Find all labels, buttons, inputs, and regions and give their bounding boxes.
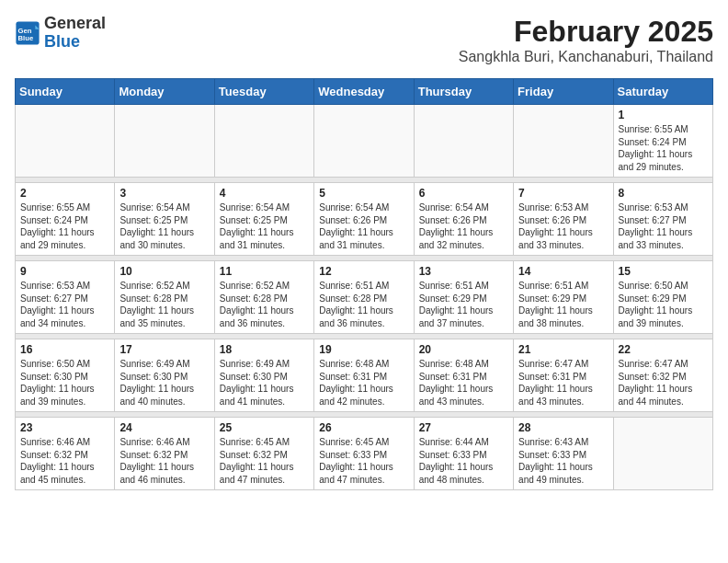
day-number: 16 xyxy=(20,343,109,356)
calendar-cell xyxy=(613,418,712,490)
day-number: 11 xyxy=(220,265,309,278)
day-info: Sunrise: 6:50 AM Sunset: 6:30 PM Dayligh… xyxy=(20,358,109,408)
day-info: Sunrise: 6:55 AM Sunset: 6:24 PM Dayligh… xyxy=(20,201,109,251)
day-number: 28 xyxy=(518,421,608,434)
calendar-cell: 12Sunrise: 6:51 AM Sunset: 6:28 PM Dayli… xyxy=(314,261,414,334)
day-info: Sunrise: 6:53 AM Sunset: 6:26 PM Dayligh… xyxy=(518,201,608,251)
calendar-cell: 24Sunrise: 6:46 AM Sunset: 6:32 PM Dayli… xyxy=(115,418,214,490)
day-info: Sunrise: 6:53 AM Sunset: 6:27 PM Dayligh… xyxy=(619,201,708,251)
day-info: Sunrise: 6:45 AM Sunset: 6:33 PM Dayligh… xyxy=(319,436,408,486)
day-number: 14 xyxy=(518,265,608,278)
day-number: 6 xyxy=(419,187,508,200)
day-number: 18 xyxy=(220,343,309,356)
calendar-cell: 1Sunrise: 6:55 AM Sunset: 6:24 PM Daylig… xyxy=(613,105,712,178)
day-info: Sunrise: 6:54 AM Sunset: 6:26 PM Dayligh… xyxy=(319,201,408,251)
calendar-cell xyxy=(115,105,214,178)
calendar-cell: 14Sunrise: 6:51 AM Sunset: 6:29 PM Dayli… xyxy=(514,261,613,334)
calendar-dow-monday: Monday xyxy=(115,79,214,105)
day-number: 17 xyxy=(119,343,209,356)
calendar-cell: 11Sunrise: 6:52 AM Sunset: 6:28 PM Dayli… xyxy=(214,261,313,334)
day-number: 27 xyxy=(419,421,508,434)
day-info: Sunrise: 6:49 AM Sunset: 6:30 PM Dayligh… xyxy=(220,358,309,408)
svg-text:Blue: Blue xyxy=(18,34,34,42)
calendar-cell xyxy=(214,105,313,178)
calendar-dow-wednesday: Wednesday xyxy=(314,79,414,105)
page-subtitle: Sangkhla Buri, Kanchanaburi, Thailand xyxy=(459,49,713,65)
calendar-week-3: 9Sunrise: 6:53 AM Sunset: 6:27 PM Daylig… xyxy=(16,261,713,334)
day-number: 9 xyxy=(20,265,109,278)
day-number: 26 xyxy=(319,421,408,434)
day-info: Sunrise: 6:52 AM Sunset: 6:28 PM Dayligh… xyxy=(119,280,209,329)
calendar-week-2: 2Sunrise: 6:55 AM Sunset: 6:24 PM Daylig… xyxy=(16,183,713,256)
calendar-dow-friday: Friday xyxy=(514,79,613,105)
day-info: Sunrise: 6:46 AM Sunset: 6:32 PM Dayligh… xyxy=(119,436,209,486)
calendar-cell: 4Sunrise: 6:54 AM Sunset: 6:25 PM Daylig… xyxy=(214,183,313,256)
day-info: Sunrise: 6:48 AM Sunset: 6:31 PM Dayligh… xyxy=(419,358,508,408)
day-number: 15 xyxy=(619,265,708,278)
day-number: 10 xyxy=(119,265,209,278)
calendar-header-row: SundayMondayTuesdayWednesdayThursdayFrid… xyxy=(16,79,713,105)
day-number: 19 xyxy=(319,343,408,356)
calendar-cell xyxy=(314,105,414,178)
calendar-cell: 22Sunrise: 6:47 AM Sunset: 6:32 PM Dayli… xyxy=(613,339,712,412)
calendar-cell: 23Sunrise: 6:46 AM Sunset: 6:32 PM Dayli… xyxy=(16,418,115,490)
calendar-cell xyxy=(514,105,613,178)
calendar-cell: 6Sunrise: 6:54 AM Sunset: 6:26 PM Daylig… xyxy=(414,183,513,256)
day-info: Sunrise: 6:54 AM Sunset: 6:25 PM Dayligh… xyxy=(220,201,309,251)
calendar-cell xyxy=(414,105,513,178)
calendar-cell: 17Sunrise: 6:49 AM Sunset: 6:30 PM Dayli… xyxy=(115,339,214,412)
page-title: February 2025 xyxy=(459,15,713,49)
calendar-cell: 10Sunrise: 6:52 AM Sunset: 6:28 PM Dayli… xyxy=(115,261,214,334)
calendar-cell: 13Sunrise: 6:51 AM Sunset: 6:29 PM Dayli… xyxy=(414,261,513,334)
logo-blue: Blue xyxy=(44,32,80,51)
day-info: Sunrise: 6:47 AM Sunset: 6:32 PM Dayligh… xyxy=(619,358,708,408)
svg-text:Gen: Gen xyxy=(18,27,32,35)
day-info: Sunrise: 6:54 AM Sunset: 6:26 PM Dayligh… xyxy=(419,201,508,251)
day-info: Sunrise: 6:52 AM Sunset: 6:28 PM Dayligh… xyxy=(220,280,309,329)
day-number: 25 xyxy=(220,421,309,434)
day-number: 24 xyxy=(119,421,209,434)
calendar-cell: 28Sunrise: 6:43 AM Sunset: 6:33 PM Dayli… xyxy=(514,418,613,490)
day-number: 5 xyxy=(319,187,408,200)
day-info: Sunrise: 6:50 AM Sunset: 6:29 PM Dayligh… xyxy=(619,280,708,329)
calendar-cell: 16Sunrise: 6:50 AM Sunset: 6:30 PM Dayli… xyxy=(16,339,115,412)
day-number: 12 xyxy=(319,265,408,278)
calendar-cell: 7Sunrise: 6:53 AM Sunset: 6:26 PM Daylig… xyxy=(514,183,613,256)
calendar-cell: 19Sunrise: 6:48 AM Sunset: 6:31 PM Dayli… xyxy=(314,339,414,412)
calendar-dow-tuesday: Tuesday xyxy=(214,79,313,105)
day-info: Sunrise: 6:49 AM Sunset: 6:30 PM Dayligh… xyxy=(119,358,209,408)
day-number: 2 xyxy=(20,187,109,200)
calendar-cell: 15Sunrise: 6:50 AM Sunset: 6:29 PM Dayli… xyxy=(613,261,712,334)
day-info: Sunrise: 6:45 AM Sunset: 6:32 PM Dayligh… xyxy=(220,436,309,486)
day-info: Sunrise: 6:54 AM Sunset: 6:25 PM Dayligh… xyxy=(119,201,209,251)
day-number: 13 xyxy=(419,265,508,278)
calendar-cell: 8Sunrise: 6:53 AM Sunset: 6:27 PM Daylig… xyxy=(613,183,712,256)
calendar-cell: 27Sunrise: 6:44 AM Sunset: 6:33 PM Dayli… xyxy=(414,418,513,490)
calendar-cell: 3Sunrise: 6:54 AM Sunset: 6:25 PM Daylig… xyxy=(115,183,214,256)
day-number: 23 xyxy=(20,421,109,434)
calendar-cell: 20Sunrise: 6:48 AM Sunset: 6:31 PM Dayli… xyxy=(414,339,513,412)
day-info: Sunrise: 6:46 AM Sunset: 6:32 PM Dayligh… xyxy=(20,436,109,486)
day-info: Sunrise: 6:44 AM Sunset: 6:33 PM Dayligh… xyxy=(419,436,508,486)
logo: Gen Blue General Blue xyxy=(15,15,106,52)
day-info: Sunrise: 6:51 AM Sunset: 6:28 PM Dayligh… xyxy=(319,280,408,329)
day-info: Sunrise: 6:51 AM Sunset: 6:29 PM Dayligh… xyxy=(419,280,508,329)
calendar-dow-saturday: Saturday xyxy=(613,79,712,105)
calendar-cell: 5Sunrise: 6:54 AM Sunset: 6:26 PM Daylig… xyxy=(314,183,414,256)
day-info: Sunrise: 6:51 AM Sunset: 6:29 PM Dayligh… xyxy=(518,280,608,329)
calendar-week-4: 16Sunrise: 6:50 AM Sunset: 6:30 PM Dayli… xyxy=(16,339,713,412)
calendar-cell xyxy=(16,105,115,178)
calendar-table: SundayMondayTuesdayWednesdayThursdayFrid… xyxy=(15,78,713,490)
calendar-cell: 26Sunrise: 6:45 AM Sunset: 6:33 PM Dayli… xyxy=(314,418,414,490)
day-number: 3 xyxy=(119,187,209,200)
title-section: February 2025 Sangkhla Buri, Kanchanabur… xyxy=(459,15,713,65)
day-number: 7 xyxy=(518,187,608,200)
day-number: 4 xyxy=(220,187,309,200)
day-number: 22 xyxy=(619,343,708,356)
day-info: Sunrise: 6:43 AM Sunset: 6:33 PM Dayligh… xyxy=(518,436,608,486)
day-number: 21 xyxy=(518,343,608,356)
calendar-dow-sunday: Sunday xyxy=(16,79,115,105)
calendar-cell: 18Sunrise: 6:49 AM Sunset: 6:30 PM Dayli… xyxy=(214,339,313,412)
calendar-cell: 21Sunrise: 6:47 AM Sunset: 6:31 PM Dayli… xyxy=(514,339,613,412)
calendar-dow-thursday: Thursday xyxy=(414,79,513,105)
